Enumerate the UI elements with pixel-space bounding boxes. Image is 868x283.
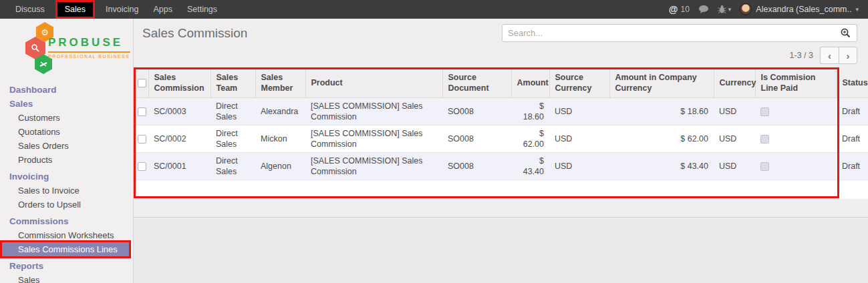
search-input[interactable] — [502, 25, 835, 41]
search-button[interactable] — [835, 27, 857, 39]
menu-apps[interactable]: Apps — [146, 0, 180, 19]
menu-settings[interactable]: Settings — [180, 0, 225, 19]
cell-currency: USD — [714, 125, 755, 152]
cell-sales-commission: SC/0002 — [148, 125, 210, 152]
is-paid-checkbox[interactable] — [760, 135, 769, 144]
bug-icon — [718, 5, 726, 14]
left-sidebar: ⚙ PROBUSE PROFESSIONAL BUSINESS Dashboar… — [0, 19, 134, 283]
sidebar-item-sales-report[interactable]: Sales — [0, 273, 133, 283]
sidebar-item-customers[interactable]: Customers — [0, 111, 133, 125]
pencil-ruler-icon — [39, 59, 48, 69]
is-paid-checkbox[interactable] — [760, 162, 769, 171]
cell-sales-commission: SC/0003 — [148, 97, 210, 125]
row-select-cell — [134, 125, 148, 152]
chevron-down-icon: ▾ — [728, 6, 732, 13]
sidebar-item-sales-to-invoice[interactable]: Sales to Invoice — [0, 184, 133, 198]
menu-discuss[interactable]: Discuss — [8, 0, 52, 19]
pager-previous-button[interactable]: ‹ — [820, 47, 839, 64]
cell-sales-team: Direct Sales — [210, 97, 255, 125]
col-sales-member[interactable]: Sales Member — [255, 69, 305, 97]
main-content: Sales Commission 1-3 / 3 ‹ › — [134, 19, 868, 283]
debug-menu-button[interactable]: ▾ — [718, 5, 732, 14]
col-currency[interactable]: Currency — [714, 69, 755, 97]
row-checkbox[interactable] — [138, 107, 146, 116]
sidebar-heading-sales: Sales — [0, 97, 133, 111]
col-amount-company-currency[interactable]: Amount in Company Currency — [609, 69, 714, 97]
row-select-cell — [134, 152, 148, 180]
row-checkbox[interactable] — [138, 162, 146, 171]
gear-icon: ⚙ — [41, 28, 49, 37]
cell-source-document: SO008 — [442, 97, 511, 125]
cell-amount-company: $ 62.00 — [609, 125, 714, 152]
avatar — [740, 3, 752, 15]
top-right-tools: @ 10 ▾ Alexandra (Sales_com — [669, 3, 868, 15]
col-source-document[interactable]: Source Document — [442, 69, 511, 97]
cell-source-currency: USD — [549, 97, 609, 125]
sidebar-nav: Dashboard Sales Customers Quotations Sal… — [0, 80, 133, 283]
search-box — [502, 24, 857, 42]
sidebar-heading-invoicing: Invoicing — [0, 170, 133, 184]
cell-source-currency: USD — [549, 125, 609, 152]
user-menu[interactable]: Alexandra (Sales_comm.. ▾ — [740, 3, 859, 15]
chevron-down-icon: ▾ — [855, 6, 859, 13]
sidebar-item-sales-commissions-lines[interactable]: Sales Commissions Lines — [2, 242, 129, 256]
table-row[interactable]: SC/0001 Direct Sales Algenon [SALES COMM… — [134, 152, 868, 180]
at-mention-icon: @ — [669, 4, 678, 15]
pager-next-button[interactable]: › — [839, 47, 857, 64]
cell-source-document: SO008 — [442, 125, 511, 152]
col-is-commission-line-paid[interactable]: Is Commision Line Paid — [755, 69, 837, 97]
sidebar-item-orders-to-upsell[interactable]: Orders to Upsell — [0, 198, 133, 212]
mentions-counter[interactable]: @ 10 — [669, 4, 690, 15]
col-sales-team[interactable]: Sales Team — [210, 69, 255, 97]
table-header-row: Sales Commission Sales Team Sales Member… — [134, 69, 868, 97]
cell-amount: $ 43.40 — [511, 152, 549, 180]
sidebar-heading-dashboard: Dashboard — [0, 83, 133, 97]
row-checkbox[interactable] — [138, 135, 146, 144]
user-name: Alexandra (Sales_comm.. — [756, 5, 851, 14]
menu-invoicing[interactable]: Invoicing — [98, 0, 146, 19]
mention-count: 10 — [680, 5, 689, 14]
col-status[interactable]: Status — [837, 69, 868, 97]
probuse-logo: ⚙ PROBUSE PROFESSIONAL BUSINESS — [0, 19, 133, 80]
cell-sales-member: Mickon — [255, 125, 305, 152]
col-amount[interactable]: Amount — [511, 69, 549, 97]
pager-range: 1-3 / 3 — [790, 51, 813, 60]
is-paid-checkbox[interactable] — [760, 107, 769, 116]
cell-amount: $ 18.60 — [511, 97, 549, 125]
cell-status: Draft — [837, 97, 868, 125]
row-select-cell — [134, 97, 148, 125]
sidebar-heading-reports: Reports — [0, 259, 133, 273]
table-row[interactable]: SC/0003 Direct Sales Alexandra [SALES CO… — [134, 97, 868, 125]
sidebar-item-sales-orders[interactable]: Sales Orders — [0, 139, 133, 153]
cell-amount: $ 62.00 — [511, 125, 549, 152]
pager: 1-3 / 3 ‹ › — [790, 47, 857, 64]
col-sales-commission[interactable]: Sales Commission — [148, 69, 210, 97]
table-row[interactable]: SC/0002 Direct Sales Mickon [SALES COMMI… — [134, 125, 868, 152]
brand-text: PROBUSE PROFESSIONAL BUSINESS — [48, 36, 130, 59]
sidebar-item-label: Sales Commissions Lines — [18, 244, 118, 254]
brand-subtitle: PROFESSIONAL BUSINESS — [48, 51, 130, 59]
chevron-left-icon: ‹ — [828, 50, 831, 61]
cell-status: Draft — [837, 152, 868, 180]
select-all-checkbox[interactable] — [138, 79, 146, 87]
col-product[interactable]: Product — [305, 69, 442, 97]
cell-currency: USD — [714, 97, 755, 125]
col-source-currency[interactable]: Source Currency — [549, 69, 609, 97]
sidebar-item-commission-worksheets[interactable]: Commission Worksheets — [0, 228, 133, 242]
cell-is-paid — [755, 125, 837, 152]
cell-source-currency: USD — [549, 152, 609, 180]
cell-sales-member: Algenon — [255, 152, 305, 180]
cell-sales-commission: SC/0001 — [148, 152, 210, 180]
cell-amount-company: $ 43.40 — [609, 152, 714, 180]
cell-source-document: SO008 — [442, 152, 511, 180]
menu-sales[interactable]: Sales — [57, 2, 93, 17]
chat-button[interactable] — [698, 5, 709, 14]
cell-currency: USD — [714, 152, 755, 180]
sidebar-item-quotations[interactable]: Quotations — [0, 125, 133, 139]
top-menu: Discuss Sales Invoicing Apps Settings — [0, 0, 225, 19]
sidebar-item-products[interactable]: Products — [0, 153, 133, 167]
cell-product: [SALES COMMISSION] Sales Commission — [305, 152, 442, 180]
search-icon — [840, 27, 851, 39]
content-footer-area — [134, 217, 868, 283]
sidebar-heading-commissions: Commissions — [0, 214, 133, 228]
